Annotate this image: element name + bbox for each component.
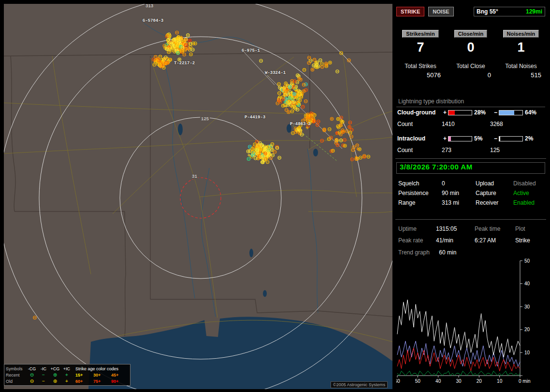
recent-neg-cg-icon: ⊖ [26,373,38,378]
plus-sign: + [442,109,448,116]
storm-cell-label: P-4863-2 [290,122,311,126]
range-label: Range [398,199,442,206]
strike-symbol [191,48,194,51]
bearing-value: Bng 55° [477,8,498,15]
cg-plus-count: 1410 [442,121,490,127]
storm-cell-label: P-4419-3 [245,115,265,120]
strike-symbol [348,121,351,124]
old-pos-ic-icon: + [61,379,72,384]
cg-minus-percent: 64% [523,109,543,116]
strike-symbol [302,105,304,108]
peak-time-label: Peak time [475,225,515,232]
red-line [397,348,520,371]
strike-symbol [302,83,305,86]
plot-value: Strike [515,237,543,244]
legend-pos-cg-header: +CG [49,366,61,371]
strike-symbol [277,83,280,85]
strike-symbol [321,65,324,68]
strikes-per-min-value: 7 [395,40,446,55]
strike-symbol [358,148,361,151]
strike-symbol [260,59,262,62]
strike-symbol [246,150,249,153]
strike-button[interactable]: STRIKE [396,7,424,16]
storm-cell-label: W-3324-1 [265,70,286,75]
old-pos-cg-icon: ⊕ [49,379,61,384]
strike-symbol [296,108,299,111]
svg-text:40: 40 [435,378,441,384]
svg-text:20: 20 [477,378,482,384]
strike-symbol [296,74,299,77]
map[interactable]: 31312531G-5704-3T-2217-2G-975-1W-3324-1P… [4,4,392,389]
strike-symbol [304,99,307,102]
minus-sign: − [492,109,499,116]
total-strikes-value: 5076 [395,71,446,79]
strike-symbol [367,155,370,158]
strike-symbol [175,31,178,34]
geo-roads [4,52,392,342]
strike-symbol [347,59,350,62]
svg-text:10: 10 [497,378,503,384]
trend-graph-canvas: 10203040506050403020100 min [396,257,545,387]
age-90-label: 90+ [108,379,126,384]
strike-symbol [316,124,319,126]
svg-text:40: 40 [524,281,530,286]
noise-button[interactable]: NOISE [428,7,453,16]
strike-symbol [273,151,276,154]
receiver-status: Squelch 0 Upload Disabled Persistence 90… [395,179,546,208]
app-window: 31312531G-5704-3T-2217-2G-975-1W-3324-1P… [0,0,550,392]
ic-count-label: Count [397,147,442,154]
strike-symbol [313,58,316,61]
ic-plus-percent: 5% [472,135,492,142]
strike-symbol [278,92,281,95]
total-close-value: 0 [446,71,496,79]
upload-label: Upload [476,180,513,187]
age-30-label: 30+ [90,373,108,378]
ic-minus-percent: 2% [523,135,543,142]
close-per-min-badge[interactable]: Close/min [454,30,488,38]
persistence-value: 90 min [442,190,476,196]
ic-minus-count: 125 [490,147,546,154]
datetime-value: 3/8/2026 7:20:00 AM [400,163,473,171]
strike-symbol [350,135,353,138]
white-line [397,300,520,357]
distribution-title: Lightning type distribution [396,98,545,107]
strike-symbol [352,146,355,149]
strike-symbol [183,53,186,56]
green-line [397,371,520,376]
svg-text:10: 10 [524,350,530,355]
strikes-per-min-badge[interactable]: Strikes/min [402,30,438,38]
plus-sign: + [442,135,448,142]
strike-symbol [188,39,191,42]
intracloud-row: Intracloud + 5% − 2% [395,135,546,142]
strike-symbol [344,144,347,147]
strike-symbol [350,158,353,161]
strike-symbol [343,139,346,141]
range-ring-label: 125 [200,117,210,122]
old-neg-ic-icon: − [38,379,49,384]
strike-symbol [329,61,332,64]
svg-text:0 min: 0 min [519,378,530,384]
minus-sign: − [492,135,499,142]
age-15-label: 15+ [72,373,90,378]
total-noises-label: Total Noises [496,63,546,70]
plot-label: Plot [515,225,543,232]
intracloud-counts: Count 273 125 [395,146,546,154]
strike-symbol [303,69,305,71]
trend-window-value: 60 min [439,249,456,256]
noises-per-min-badge[interactable]: Noises/min [503,30,539,38]
uptime-label: Uptime [398,225,436,232]
cloud-ground-row: Cloud-ground + 28% − 64% [395,109,546,116]
persistence-label: Persistence [398,190,442,196]
storm-cell-label: G-5704-3 [143,18,163,23]
bearing-range-value: 129mi [526,8,542,15]
squelch-value: 0 [442,180,476,187]
receiver-label: Receiver [476,199,513,206]
trend-graph: 10203040506050403020100 min [396,257,545,388]
legend-symbols-header: Symbols [6,366,26,371]
recent-pos-ic-icon: + [61,373,72,378]
strike-symbol [159,55,161,58]
legend-neg-ic-header: -IC [38,366,49,371]
range-ring-label: 313 [145,4,154,9]
strike-symbol [248,145,251,148]
total-close-label: Total Close [446,63,496,70]
